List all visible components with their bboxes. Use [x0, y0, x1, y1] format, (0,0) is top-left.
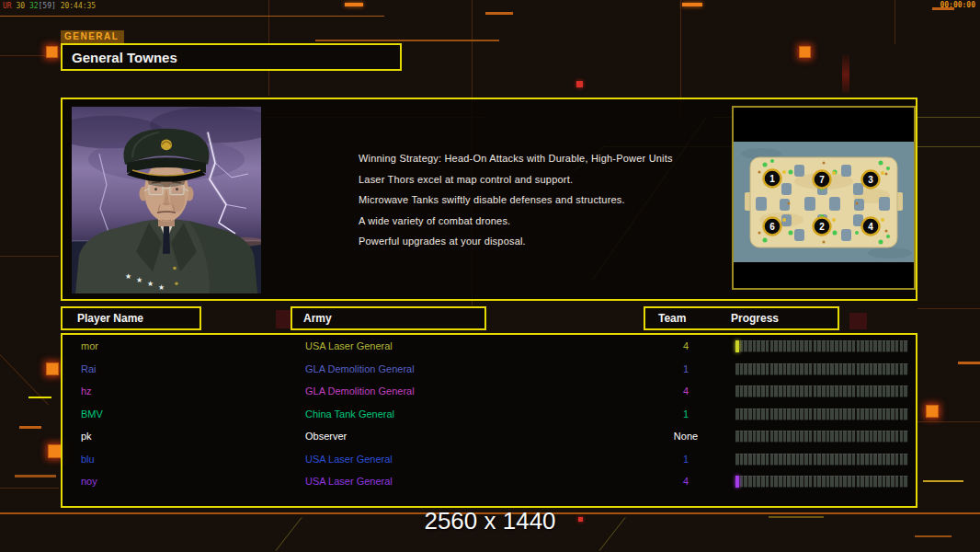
header-team-label: Team [658, 312, 686, 325]
player-progress-bar [735, 476, 908, 488]
svg-text:★: ★ [136, 276, 142, 284]
circuit-dash [958, 362, 980, 364]
player-row: Rai GLA Demolition General 1 [63, 359, 916, 382]
header-player-name-label: Player Name [77, 312, 143, 325]
loading-screen: UR 30 32[59] 20:44:35 00:00:00 GENERAL G… [0, 0, 980, 552]
svg-text:★: ★ [125, 272, 131, 281]
circuit-line [0, 488, 59, 489]
player-progress-fill [735, 476, 739, 488]
player-progress-bar [735, 431, 908, 443]
header-team-progress: Team Progress [644, 306, 839, 330]
perf-overlay-segment: [59] [39, 2, 61, 10]
strategy-line: A wide variety of combat drones. [359, 215, 726, 236]
svg-text:★: ★ [158, 283, 165, 292]
glow-square [799, 46, 811, 58]
circuit-trace [315, 40, 499, 41]
strategy-line: Powerful upgrades at your disposal. [359, 236, 726, 257]
header-player-name: Player Name [61, 306, 201, 330]
general-tab-label: GENERAL [61, 30, 124, 43]
strategy-line: Microwave Tanks swiftly disable defenses… [359, 194, 726, 215]
player-row: noy USA Laser General 4 [63, 471, 916, 494]
general-portrait: ★★ ★★ [72, 107, 261, 293]
perf-overlay: UR 30 32[59] 20:44:35 [3, 2, 96, 10]
strategy-line: Winning Strategy: Head-On Attacks with D… [359, 153, 726, 174]
player-team: 1 [640, 408, 732, 420]
circuit-line [0, 256, 59, 257]
start-position-number: 6 [769, 222, 775, 232]
red-strip [842, 55, 849, 94]
start-position-number: 7 [819, 175, 825, 185]
general-name: General Townes [63, 50, 177, 65]
circuit-dash [915, 535, 952, 537]
map-preview: 173624 [732, 106, 916, 290]
player-row: mor USA Laser General 4 [63, 336, 916, 359]
svg-text:★: ★ [147, 280, 154, 288]
start-position-number: 3 [868, 175, 873, 185]
player-name: BMV [81, 408, 103, 420]
player-army: USA Laser General [305, 340, 393, 351]
strategy-line: Laser Thors excel at map control and sup… [359, 174, 726, 195]
player-team: 4 [640, 385, 732, 397]
player-army: Observer [305, 431, 347, 442]
player-name: Rai [81, 363, 97, 374]
perf-overlay-segment: 20:44:35 [61, 2, 97, 10]
header-army-label: Army [303, 312, 332, 325]
player-team: 4 [640, 476, 732, 487]
player-army: China Tank General [305, 408, 394, 420]
circuit-line [917, 308, 980, 309]
player-army: GLA Demolition General [305, 385, 415, 397]
start-position-number: 2 [819, 222, 825, 232]
circuit-trace [0, 16, 384, 17]
map-preview-image: 173624 [734, 108, 914, 288]
perf-overlay-segment: 30 [16, 2, 28, 10]
player-progress-bar [735, 363, 908, 375]
glow-square [46, 46, 58, 58]
dark-red-block [849, 313, 867, 329]
circuit-line [917, 421, 980, 422]
circuit-dash [28, 397, 51, 398]
dark-red-block [276, 310, 291, 328]
start-position-number: 1 [769, 174, 775, 184]
resolution-label: 2560 x 1440 [0, 507, 980, 535]
player-team: 1 [640, 454, 732, 465]
circuit-dash [345, 3, 363, 6]
glow-square [48, 444, 62, 458]
player-row: pk Observer None [63, 426, 916, 449]
circuit-line [895, 0, 895, 44]
circuit-dash [485, 12, 513, 15]
general-name-box: General Townes [61, 43, 402, 71]
glow-square [926, 405, 939, 418]
player-progress-fill [735, 340, 739, 352]
start-position-number: 4 [868, 222, 873, 232]
player-army: USA Laser General [305, 454, 393, 465]
circuit-line [0, 354, 49, 405]
perf-overlay-segment: UR [3, 2, 16, 10]
header-progress-label: Progress [731, 312, 779, 325]
player-progress-bar [735, 408, 908, 420]
player-list: mor USA Laser General 4 Rai GLA Demoliti… [61, 333, 917, 508]
player-team: 1 [640, 363, 732, 374]
header-army: Army [291, 306, 486, 330]
player-name: blu [81, 454, 95, 465]
player-progress-bar [735, 385, 908, 397]
general-portrait-image: ★★ ★★ [72, 107, 261, 293]
strategy-text: Winning Strategy: Head-On Attacks with D… [359, 153, 726, 257]
player-row: hz GLA Demolition General 4 [63, 381, 916, 404]
player-team: None [640, 431, 732, 442]
player-progress-bar [735, 340, 908, 352]
player-army: USA Laser General [305, 476, 393, 487]
player-progress-bar [735, 454, 908, 466]
glow-square [46, 362, 59, 375]
perf-overlay-segment: 32 [29, 2, 39, 10]
player-name: mor [81, 340, 98, 351]
circuit-dash [15, 475, 56, 477]
circuit-line [0, 55, 59, 56]
match-timer: 00:00:00 [940, 1, 975, 9]
circuit-dash [19, 426, 41, 429]
player-row: BMV China Tank General 1 [63, 404, 916, 427]
player-name: pk [81, 431, 92, 442]
player-team: 4 [640, 340, 732, 351]
general-info-panel: ★★ ★★ [61, 98, 917, 301]
player-row: blu USA Laser General 1 [63, 449, 916, 472]
player-name: noy [81, 476, 97, 487]
